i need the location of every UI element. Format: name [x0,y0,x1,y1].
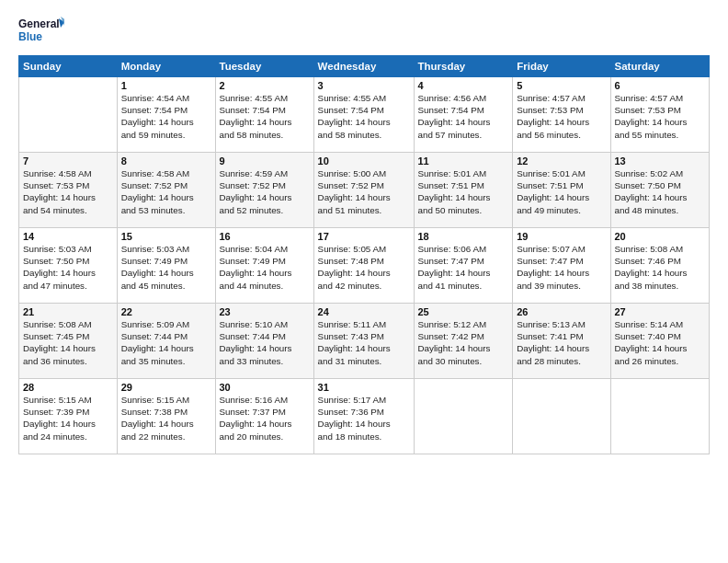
day-info: Sunrise: 5:00 AM Sunset: 7:52 PM Dayligh… [318,167,410,216]
cell-w5-d0: 28Sunrise: 5:15 AM Sunset: 7:39 PM Dayli… [19,379,118,454]
cell-w5-d3: 31Sunrise: 5:17 AM Sunset: 7:36 PM Dayli… [313,379,414,454]
day-number: 30 [220,382,310,393]
header-tuesday: Tuesday [215,56,313,77]
day-number: 4 [418,80,509,91]
header-wednesday: Wednesday [313,56,414,77]
day-info: Sunrise: 5:03 AM Sunset: 7:49 PM Dayligh… [121,243,211,292]
day-info: Sunrise: 4:58 AM Sunset: 7:53 PM Dayligh… [23,167,113,216]
cell-w4-d1: 22Sunrise: 5:09 AM Sunset: 7:44 PM Dayli… [117,304,215,379]
day-number: 11 [418,155,509,167]
cell-w2-d6: 13Sunrise: 5:02 AM Sunset: 7:50 PM Dayli… [610,153,710,228]
cell-w4-d0: 21Sunrise: 5:08 AM Sunset: 7:45 PM Dayli… [19,304,118,379]
cell-w2-d2: 9Sunrise: 4:59 AM Sunset: 7:52 PM Daylig… [215,153,313,228]
day-number: 7 [23,155,113,167]
day-info: Sunrise: 5:12 AM Sunset: 7:42 PM Dayligh… [418,318,509,367]
day-number: 26 [517,306,606,317]
cell-w5-d2: 30Sunrise: 5:16 AM Sunset: 7:37 PM Dayli… [215,379,313,454]
cell-w4-d5: 26Sunrise: 5:13 AM Sunset: 7:41 PM Dayli… [513,304,610,379]
day-number: 28 [23,382,113,393]
cell-w3-d3: 17Sunrise: 5:05 AM Sunset: 7:48 PM Dayli… [313,228,414,304]
page-header: General Blue [18,15,710,48]
day-info: Sunrise: 5:13 AM Sunset: 7:41 PM Dayligh… [517,318,606,367]
cell-w2-d1: 8Sunrise: 4:58 AM Sunset: 7:52 PM Daylig… [117,153,215,228]
day-info: Sunrise: 5:05 AM Sunset: 7:48 PM Dayligh… [318,243,410,292]
day-number: 12 [517,155,606,167]
day-info: Sunrise: 5:14 AM Sunset: 7:40 PM Dayligh… [615,318,706,367]
day-number: 18 [418,231,509,242]
cell-w3-d2: 16Sunrise: 5:04 AM Sunset: 7:49 PM Dayli… [215,228,313,304]
cell-w3-d5: 19Sunrise: 5:07 AM Sunset: 7:47 PM Dayli… [513,228,610,304]
cell-w3-d1: 15Sunrise: 5:03 AM Sunset: 7:49 PM Dayli… [117,228,215,304]
day-info: Sunrise: 4:59 AM Sunset: 7:52 PM Dayligh… [220,167,310,216]
day-number: 29 [121,382,211,393]
cell-w4-d6: 27Sunrise: 5:14 AM Sunset: 7:40 PM Dayli… [610,304,710,379]
day-info: Sunrise: 4:57 AM Sunset: 7:53 PM Dayligh… [517,92,606,141]
calendar-header: SundayMondayTuesdayWednesdayThursdayFrid… [19,56,710,77]
day-number: 5 [517,80,606,91]
cell-w2-d5: 12Sunrise: 5:01 AM Sunset: 7:51 PM Dayli… [513,153,610,228]
day-info: Sunrise: 5:04 AM Sunset: 7:49 PM Dayligh… [220,243,310,292]
header-thursday: Thursday [414,56,513,77]
day-info: Sunrise: 5:16 AM Sunset: 7:37 PM Dayligh… [220,394,310,442]
day-number: 14 [23,231,113,242]
day-info: Sunrise: 5:01 AM Sunset: 7:51 PM Dayligh… [418,167,509,216]
day-info: Sunrise: 5:11 AM Sunset: 7:43 PM Dayligh… [318,318,410,367]
day-info: Sunrise: 4:54 AM Sunset: 7:54 PM Dayligh… [121,92,211,141]
day-number: 31 [318,382,410,393]
day-info: Sunrise: 5:08 AM Sunset: 7:46 PM Dayligh… [615,243,706,292]
cell-w1-d6: 6Sunrise: 4:57 AM Sunset: 7:53 PM Daylig… [610,77,710,153]
day-number: 1 [121,80,211,91]
cell-w1-d4: 4Sunrise: 4:56 AM Sunset: 7:54 PM Daylig… [414,77,513,153]
header-friday: Friday [513,56,610,77]
svg-text:General: General [18,17,60,30]
day-info: Sunrise: 5:15 AM Sunset: 7:39 PM Dayligh… [23,394,113,442]
cell-w2-d3: 10Sunrise: 5:00 AM Sunset: 7:52 PM Dayli… [313,153,414,228]
day-info: Sunrise: 4:55 AM Sunset: 7:54 PM Dayligh… [318,92,410,141]
logo-svg: General Blue [18,15,64,48]
day-info: Sunrise: 4:56 AM Sunset: 7:54 PM Dayligh… [418,92,509,141]
day-info: Sunrise: 5:03 AM Sunset: 7:50 PM Dayligh… [23,243,113,292]
calendar-body: 1Sunrise: 4:54 AM Sunset: 7:54 PM Daylig… [19,77,710,454]
cell-w4-d4: 25Sunrise: 5:12 AM Sunset: 7:42 PM Dayli… [414,304,513,379]
day-number: 17 [318,231,410,242]
day-number: 21 [23,306,113,317]
day-number: 22 [121,306,211,317]
day-info: Sunrise: 5:17 AM Sunset: 7:36 PM Dayligh… [318,394,410,442]
day-info: Sunrise: 5:10 AM Sunset: 7:44 PM Dayligh… [220,318,310,367]
day-number: 10 [318,155,410,167]
header-row: SundayMondayTuesdayWednesdayThursdayFrid… [19,56,710,77]
header-monday: Monday [117,56,215,77]
day-number: 15 [121,231,211,242]
day-number: 8 [121,155,211,167]
day-info: Sunrise: 4:57 AM Sunset: 7:53 PM Dayligh… [615,92,706,141]
cell-w4-d3: 24Sunrise: 5:11 AM Sunset: 7:43 PM Dayli… [313,304,414,379]
day-info: Sunrise: 5:06 AM Sunset: 7:47 PM Dayligh… [418,243,509,292]
week-row-4: 21Sunrise: 5:08 AM Sunset: 7:45 PM Dayli… [19,304,710,379]
cell-w1-d1: 1Sunrise: 4:54 AM Sunset: 7:54 PM Daylig… [117,77,215,153]
day-number: 24 [318,306,410,317]
cell-w1-d3: 3Sunrise: 4:55 AM Sunset: 7:54 PM Daylig… [313,77,414,153]
week-row-5: 28Sunrise: 5:15 AM Sunset: 7:39 PM Dayli… [19,379,710,454]
day-number: 20 [615,231,706,242]
cell-w3-d4: 18Sunrise: 5:06 AM Sunset: 7:47 PM Dayli… [414,228,513,304]
day-number: 25 [418,306,509,317]
cell-w2-d0: 7Sunrise: 4:58 AM Sunset: 7:53 PM Daylig… [19,153,118,228]
day-number: 27 [615,306,706,317]
cell-w5-d1: 29Sunrise: 5:15 AM Sunset: 7:38 PM Dayli… [117,379,215,454]
day-number: 16 [220,231,310,242]
cell-w5-d6 [610,379,710,454]
day-number: 13 [615,155,706,167]
calendar-table: SundayMondayTuesdayWednesdayThursdayFrid… [18,55,710,454]
week-row-3: 14Sunrise: 5:03 AM Sunset: 7:50 PM Dayli… [19,228,710,304]
day-number: 23 [220,306,310,317]
header-sunday: Sunday [19,56,118,77]
day-number: 9 [220,155,310,167]
cell-w5-d4 [414,379,513,454]
cell-w5-d5 [513,379,610,454]
cell-w2-d4: 11Sunrise: 5:01 AM Sunset: 7:51 PM Dayli… [414,153,513,228]
day-info: Sunrise: 4:58 AM Sunset: 7:52 PM Dayligh… [121,167,211,216]
cell-w3-d0: 14Sunrise: 5:03 AM Sunset: 7:50 PM Dayli… [19,228,118,304]
week-row-1: 1Sunrise: 4:54 AM Sunset: 7:54 PM Daylig… [19,77,710,153]
day-number: 6 [615,80,706,91]
cell-w1-d0 [19,77,118,153]
